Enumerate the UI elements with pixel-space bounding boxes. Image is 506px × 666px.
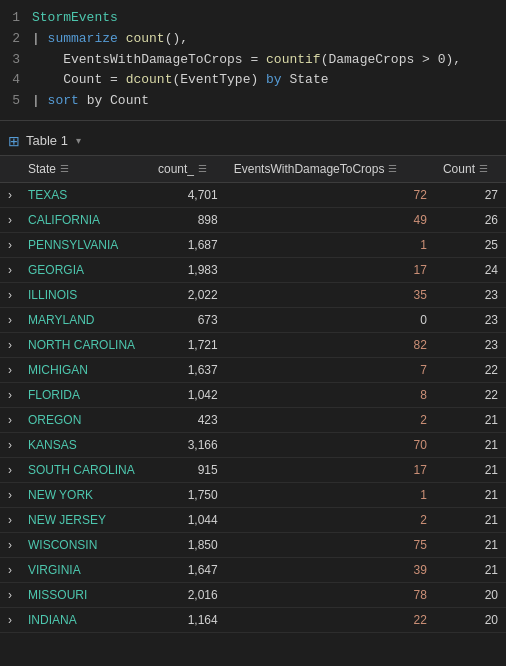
- cell-events: 17: [226, 457, 435, 482]
- row-expand-icon[interactable]: ›: [0, 232, 20, 257]
- cell-count: 21: [435, 482, 506, 507]
- table-row[interactable]: ›VIRGINIA1,6473921: [0, 557, 506, 582]
- filter-icon-count_[interactable]: ☰: [198, 163, 207, 174]
- line-number: 4: [4, 70, 32, 91]
- code-line-2: 2| summarize count(),: [0, 29, 506, 50]
- row-expand-icon[interactable]: ›: [0, 532, 20, 557]
- row-expand-icon[interactable]: ›: [0, 182, 20, 207]
- cell-count: 26: [435, 207, 506, 232]
- col-state-label: State: [28, 162, 56, 176]
- cell-events: 78: [226, 582, 435, 607]
- row-expand-icon[interactable]: ›: [0, 207, 20, 232]
- code-text: EventsWithDamageToCrops = countif(Damage…: [32, 50, 461, 71]
- row-expand-icon[interactable]: ›: [0, 332, 20, 357]
- table-row[interactable]: ›OREGON423221: [0, 407, 506, 432]
- cell-count: 23: [435, 332, 506, 357]
- table-row[interactable]: ›WISCONSIN1,8507521: [0, 532, 506, 557]
- cell-count_: 1,042: [150, 382, 226, 407]
- cell-state: NEW YORK: [20, 482, 150, 507]
- table-row[interactable]: ›ILLINOIS2,0223523: [0, 282, 506, 307]
- cell-events: 35: [226, 282, 435, 307]
- filter-icon-events[interactable]: ☰: [388, 163, 397, 174]
- line-number: 1: [4, 8, 32, 29]
- table-row[interactable]: ›KANSAS3,1667021: [0, 432, 506, 457]
- table-row[interactable]: ›NEW JERSEY1,044221: [0, 507, 506, 532]
- row-expand-icon[interactable]: ›: [0, 507, 20, 532]
- cell-count: 20: [435, 607, 506, 632]
- cell-count: 25: [435, 232, 506, 257]
- col-header-count_[interactable]: count_ ☰: [150, 155, 226, 182]
- row-expand-icon[interactable]: ›: [0, 382, 20, 407]
- cell-events: 2: [226, 507, 435, 532]
- filter-icon-count[interactable]: ☰: [479, 163, 488, 174]
- row-expand-icon[interactable]: ›: [0, 432, 20, 457]
- table-row[interactable]: ›MISSOURI2,0167820: [0, 582, 506, 607]
- cell-events: 1: [226, 482, 435, 507]
- cell-count: 21: [435, 557, 506, 582]
- table-header-row: State ☰ count_ ☰ EventsWithDamageToCrops…: [0, 155, 506, 182]
- cell-count: 22: [435, 382, 506, 407]
- filter-icon-state[interactable]: ☰: [60, 163, 69, 174]
- cell-events: 1: [226, 232, 435, 257]
- cell-events: 17: [226, 257, 435, 282]
- cell-events: 7: [226, 357, 435, 382]
- code-line-4: 4 Count = dcount(EventType) by State: [0, 70, 506, 91]
- cell-state: FLORIDA: [20, 382, 150, 407]
- row-expand-icon[interactable]: ›: [0, 557, 20, 582]
- cell-count_: 2,022: [150, 282, 226, 307]
- cell-events: 82: [226, 332, 435, 357]
- cell-count: 23: [435, 307, 506, 332]
- chevron-down-icon[interactable]: ▾: [76, 135, 81, 146]
- col-header-count[interactable]: Count ☰: [435, 155, 506, 182]
- row-expand-icon[interactable]: ›: [0, 257, 20, 282]
- table-title: Table 1: [26, 133, 68, 148]
- cell-events: 22: [226, 607, 435, 632]
- col-header-events[interactable]: EventsWithDamageToCrops ☰: [226, 155, 435, 182]
- table-row[interactable]: ›FLORIDA1,042822: [0, 382, 506, 407]
- table-row[interactable]: ›SOUTH CAROLINA9151721: [0, 457, 506, 482]
- row-expand-icon[interactable]: ›: [0, 582, 20, 607]
- cell-count_: 1,850: [150, 532, 226, 557]
- cell-state: KANSAS: [20, 432, 150, 457]
- table-row[interactable]: ›NEW YORK1,750121: [0, 482, 506, 507]
- code-text: | sort by Count: [32, 91, 149, 112]
- col-header-state[interactable]: State ☰: [20, 155, 150, 182]
- table-area: ⊞ Table 1 ▾ State ☰ count_ ☰: [0, 121, 506, 633]
- line-number: 2: [4, 29, 32, 50]
- row-expand-icon[interactable]: ›: [0, 482, 20, 507]
- table-row[interactable]: ›GEORGIA1,9831724: [0, 257, 506, 282]
- row-expand-icon[interactable]: ›: [0, 457, 20, 482]
- row-expand-icon[interactable]: ›: [0, 307, 20, 332]
- expand-col-header: [0, 155, 20, 182]
- cell-count: 23: [435, 282, 506, 307]
- row-expand-icon[interactable]: ›: [0, 282, 20, 307]
- cell-count: 21: [435, 432, 506, 457]
- row-expand-icon[interactable]: ›: [0, 357, 20, 382]
- cell-events: 49: [226, 207, 435, 232]
- row-expand-icon[interactable]: ›: [0, 407, 20, 432]
- cell-events: 2: [226, 407, 435, 432]
- table-row[interactable]: ›MARYLAND673023: [0, 307, 506, 332]
- cell-count_: 423: [150, 407, 226, 432]
- cell-count: 21: [435, 507, 506, 532]
- cell-state: GEORGIA: [20, 257, 150, 282]
- cell-state: TEXAS: [20, 182, 150, 207]
- cell-count_: 1,637: [150, 357, 226, 382]
- table-body: ›TEXAS4,7017227›CALIFORNIA8984926›PENNSY…: [0, 182, 506, 632]
- table-row[interactable]: ›TEXAS4,7017227: [0, 182, 506, 207]
- cell-state: PENNSYLVANIA: [20, 232, 150, 257]
- cell-state: NORTH CAROLINA: [20, 332, 150, 357]
- cell-state: MICHIGAN: [20, 357, 150, 382]
- table-row[interactable]: ›PENNSYLVANIA1,687125: [0, 232, 506, 257]
- cell-count: 24: [435, 257, 506, 282]
- table-row[interactable]: ›MICHIGAN1,637722: [0, 357, 506, 382]
- code-line-5: 5| sort by Count: [0, 91, 506, 112]
- row-expand-icon[interactable]: ›: [0, 607, 20, 632]
- code-editor: 1StormEvents2| summarize count(),3 Event…: [0, 0, 506, 121]
- cell-state: MARYLAND: [20, 307, 150, 332]
- table-row[interactable]: ›NORTH CAROLINA1,7218223: [0, 332, 506, 357]
- cell-state: MISSOURI: [20, 582, 150, 607]
- cell-count_: 915: [150, 457, 226, 482]
- table-row[interactable]: ›INDIANA1,1642220: [0, 607, 506, 632]
- table-row[interactable]: ›CALIFORNIA8984926: [0, 207, 506, 232]
